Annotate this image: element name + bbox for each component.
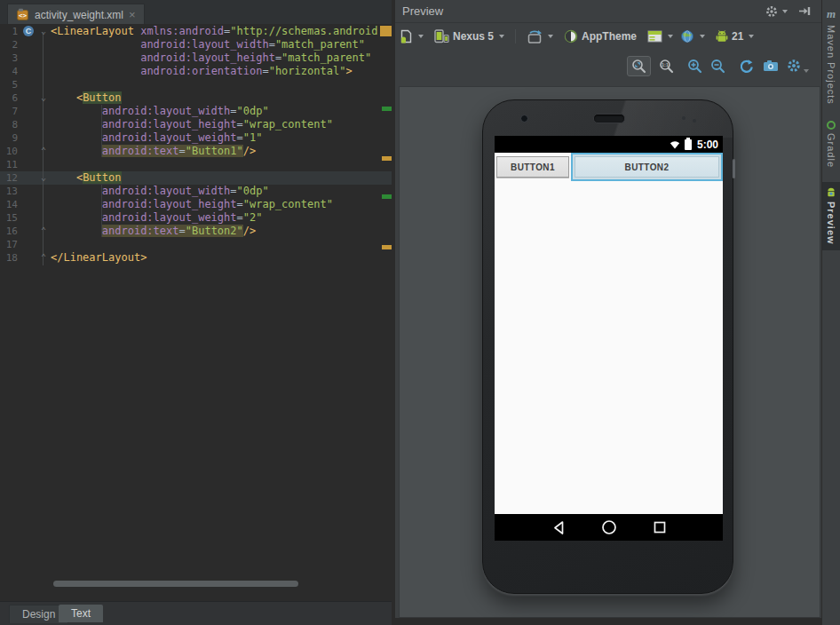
code-line[interactable]: </LinearLayout> xyxy=(51,251,392,265)
line-number: 11 xyxy=(0,158,18,171)
status-bar: 5:00 xyxy=(495,136,723,153)
zoom-to-fit-button[interactable] xyxy=(627,56,651,76)
gutter-row: 9 xyxy=(0,131,50,145)
sidebar-item-gradle[interactable]: Gradle xyxy=(822,121,840,168)
tool-window-bar: m Maven Projects Gradle Preview xyxy=(821,0,840,625)
preview-button1[interactable]: BUTTON1 xyxy=(496,156,569,178)
chevron-down-icon xyxy=(418,35,424,38)
preview-header: Preview xyxy=(395,0,821,23)
gutter-row: 2 xyxy=(0,38,50,51)
code-editor[interactable]: 1C⌄23456⌄78910⌃1112⌄13141516⌃1718⌃ <Line… xyxy=(0,24,392,602)
zoom-out-button[interactable] xyxy=(710,59,725,74)
chevron-down-icon xyxy=(668,35,673,38)
orientation-selector[interactable] xyxy=(527,29,553,44)
code-line[interactable] xyxy=(51,158,392,171)
refresh-button[interactable] xyxy=(739,59,755,74)
code-line[interactable]: android:layout_width="0dp" xyxy=(51,185,392,198)
preview-zoom-toolbar: 1:1 xyxy=(627,51,820,80)
zoom-actual-button[interactable]: 1:1 xyxy=(659,59,674,74)
settings-gear-icon xyxy=(787,59,801,73)
preview-tab-android-icon xyxy=(826,186,836,198)
horizontal-scrollbar[interactable] xyxy=(53,581,298,587)
editor-code[interactable]: <LinearLayout xmlns:android="http://sche… xyxy=(51,25,392,265)
code-line[interactable] xyxy=(51,238,392,251)
code-line[interactable]: <LinearLayout xmlns:android="http://sche… xyxy=(51,25,392,38)
chevron-down-icon xyxy=(700,35,705,38)
gutter-row: 16⌃ xyxy=(0,225,50,238)
tab-text[interactable]: Text xyxy=(59,605,103,622)
chevron-down-icon xyxy=(749,35,754,38)
fold-down-icon[interactable]: ⌄ xyxy=(39,91,48,103)
preview-settings-button[interactable] xyxy=(787,59,809,73)
code-line[interactable]: <Button xyxy=(51,171,392,185)
code-line[interactable]: android:layout_width="0dp" xyxy=(51,105,392,118)
hide-panel-icon xyxy=(798,5,811,17)
stripe-mark-green xyxy=(382,194,392,199)
layout-variant-icon xyxy=(647,30,662,43)
code-line[interactable] xyxy=(51,78,392,91)
close-tab-icon[interactable]: × xyxy=(129,9,136,20)
sidebar-item-preview[interactable]: Preview xyxy=(822,182,840,251)
preview-options-button[interactable] xyxy=(765,5,788,18)
hide-panel-button[interactable] xyxy=(798,5,811,17)
line-number: 13 xyxy=(0,185,18,198)
screenshot-button[interactable] xyxy=(763,59,779,72)
gutter-row: 14 xyxy=(0,198,50,211)
preview-canvas[interactable]: 5:00 BUTTON1 BUTTON2 xyxy=(399,86,820,618)
zoom-out-icon xyxy=(710,59,725,74)
code-line[interactable]: android:text="Button2"/> xyxy=(51,225,392,238)
editor-tab-title: activity_weight.xml xyxy=(35,9,123,21)
maven-label: Maven Projects xyxy=(826,25,836,105)
recents-icon xyxy=(654,521,666,534)
code-line[interactable]: android:layout_height="wrap_content" xyxy=(51,118,392,131)
tab-design-label: Design xyxy=(22,608,55,621)
code-line[interactable]: android:orientation="horizontal"> xyxy=(51,65,392,78)
line-number: 17 xyxy=(0,238,18,251)
fold-down-icon[interactable]: ⌄ xyxy=(39,171,48,183)
gutter-row: 17 xyxy=(0,238,50,251)
maven-icon: m xyxy=(827,7,836,21)
code-line[interactable]: android:text="Button1"/> xyxy=(51,145,392,158)
preview-pane: Preview xyxy=(395,0,821,625)
fold-up-icon[interactable]: ⌃ xyxy=(39,225,48,236)
preview-button2[interactable]: BUTTON2 xyxy=(575,156,719,178)
home-icon xyxy=(601,519,617,535)
chevron-down-icon xyxy=(499,35,504,38)
xml-file-icon: <> xyxy=(16,8,29,21)
code-line[interactable]: <Button xyxy=(51,91,392,105)
fold-up-icon[interactable]: ⌃ xyxy=(39,251,48,263)
button2-cell-selected[interactable]: BUTTON2 xyxy=(571,153,723,181)
line-number: 2 xyxy=(0,38,18,51)
editor-mode-tabs: Design Text xyxy=(0,601,392,625)
gutter-row: 7 xyxy=(0,105,50,118)
code-line[interactable]: android:layout_height="wrap_content" xyxy=(51,198,392,211)
android-robot-icon xyxy=(716,29,728,44)
tab-text-label: Text xyxy=(71,607,91,620)
code-line[interactable]: android:layout_weight="1" xyxy=(51,131,392,145)
device-icon xyxy=(434,29,449,44)
zoom-actual-icon: 1:1 xyxy=(659,59,674,74)
editor-tab-activity-weight[interactable]: <> activity_weight.xml × xyxy=(7,4,145,25)
line-number: 4 xyxy=(0,65,18,78)
code-line[interactable]: android:layout_height="match_parent" xyxy=(51,51,392,65)
theme-selector[interactable]: AppTheme xyxy=(564,29,637,44)
zoom-in-button[interactable] xyxy=(687,59,702,74)
layout-variant-selector[interactable] xyxy=(647,30,673,43)
fold-down-icon[interactable]: ⌄ xyxy=(39,25,48,36)
sidebar-item-maven-projects[interactable]: m Maven Projects xyxy=(822,7,840,105)
sensor-dot xyxy=(693,119,696,123)
fold-up-icon[interactable]: ⌃ xyxy=(39,145,48,156)
gutter-row: 1C⌄ xyxy=(0,25,50,38)
status-time: 5:00 xyxy=(697,138,718,151)
gutter-row: 6⌄ xyxy=(0,91,50,105)
code-line[interactable]: android:layout_weight="2" xyxy=(51,211,392,225)
locale-selector[interactable] xyxy=(680,29,705,44)
device-selector[interactable]: Nexus 5 xyxy=(434,29,504,44)
code-line[interactable]: android:layout_width="match_parent" xyxy=(51,38,392,51)
api-level-selector[interactable]: 21 xyxy=(716,29,754,44)
front-camera-dot xyxy=(520,115,528,123)
button1-cell[interactable]: BUTTON1 xyxy=(495,153,571,181)
config-selector[interactable] xyxy=(399,29,424,44)
stripe-mark-orange xyxy=(380,26,392,36)
gutter-row: 5 xyxy=(0,78,50,91)
